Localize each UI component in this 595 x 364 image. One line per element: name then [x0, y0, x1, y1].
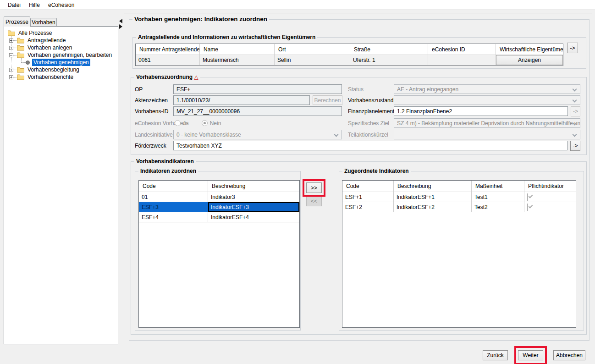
tree-expand-icon[interactable] [9, 46, 13, 50]
available-table-header: Code Beschreibung [139, 181, 299, 192]
assignment-group: Vorhabenszuordnung △ OP ESF+ Aktenzeiche… [131, 77, 587, 155]
status-dropdown[interactable]: AE - Antrag eingegangen [394, 84, 580, 94]
spezifisches-ziel-dropdown[interactable]: SZ 4 m) - Bekämpfung materieller Depriva… [394, 118, 580, 128]
table-row[interactable]: ESF+2 IndikatorESF+2 Test2 [342, 202, 576, 212]
folder-icon [8, 30, 15, 36]
vorhabens-id-label: Vorhabens-ID [135, 106, 168, 116]
finanzplanelement-field[interactable]: 1.2 FinanzplanEbene2 [394, 106, 568, 116]
cell-ecohesion-id [428, 55, 496, 65]
anzeigen-button[interactable]: Anzeigen [496, 55, 563, 65]
column-header: eCohesion ID [428, 44, 496, 55]
table-row[interactable]: ESF+4 IndikatorESF+4 [139, 212, 299, 222]
indicators-group-title: Vorhabensindikatoren [134, 158, 196, 165]
table-row-selected[interactable]: ESF+3 IndikatorESF+3 [139, 202, 299, 212]
menu-ecohesion[interactable]: eCohesion [44, 0, 78, 10]
tree-item-vorhabensbegleitung[interactable]: Vorhabensbegleitung [17, 66, 81, 73]
collapse-left-icon [119, 19, 122, 23]
checkbox-checked-icon [527, 193, 528, 201]
cell-strasse: Uferstr. 1 [350, 55, 428, 65]
tree-expand-icon[interactable] [9, 39, 13, 43]
column-header: Code [139, 181, 208, 192]
tree-item-vorhaben-genehmigen[interactable]: Vorhaben genehmigen [26, 59, 90, 66]
cell-masseinheit: Test1 [472, 192, 524, 202]
foerderzweck-field[interactable]: Testvorhaben XYZ [173, 141, 567, 150]
assignment-group-title: Vorhabenszuordnung △ [134, 74, 200, 80]
tree-item-alle-prozesse[interactable]: Alle Prozesse [8, 29, 53, 37]
tree-item-vorhabensberichte[interactable]: Vorhabensberichte [17, 73, 75, 81]
table-row[interactable]: ESF+1 IndikatorESF+1 Test1 [342, 192, 576, 202]
tree-connector-line [21, 62, 26, 63]
foerderzweck-label: Förderzweck [135, 141, 166, 150]
folder-icon [17, 74, 24, 80]
indicators-group: Vorhabensindikatoren Indikatoren zuordne… [131, 161, 587, 335]
assign-indicator-button[interactable]: >> [306, 182, 322, 193]
table-row[interactable]: 01 Indikator3 [139, 192, 299, 202]
column-header: Maßeinheit [472, 181, 524, 192]
status-label: Status [348, 84, 364, 94]
column-header: Beschreibung [394, 181, 472, 192]
berechnen-button[interactable]: Berechnen [313, 95, 342, 105]
cell-masseinheit: Test2 [472, 202, 524, 212]
column-header: Name [200, 44, 275, 55]
tree-item-antragstellende[interactable]: Antragstellende [17, 37, 67, 44]
cell-code: ESF+1 [342, 192, 394, 202]
teilaktionskuerzel-dropdown[interactable] [394, 130, 580, 139]
tree-item-label: Vorhaben genehmigen, bearbeiten [26, 51, 113, 59]
folder-icon [17, 38, 24, 44]
remove-indicator-button[interactable]: << [306, 196, 322, 206]
available-indicators-table: Code Beschreibung 01 Indikator3 ESF+3 In… [138, 180, 300, 328]
tree-expand-icon[interactable] [9, 75, 13, 79]
checkbox-checked-icon [527, 204, 528, 211]
cell-code: ESF+4 [139, 212, 208, 222]
radio-group-ecohesion: Ja Nein [175, 118, 221, 128]
tree-collapse-icon[interactable] [9, 53, 13, 57]
aktenzeichen-field[interactable]: 1.1/00010/23/ [173, 95, 310, 105]
op-label: OP [135, 84, 143, 94]
tab-prozesse[interactable]: Prozesse [4, 17, 30, 27]
radio-ja[interactable] [175, 120, 181, 126]
tab-prozesse-label: Prozesse [6, 19, 28, 25]
applicants-table: Nummer Antragstellende Name Ort Straße e… [135, 44, 563, 66]
page-title: Vorhaben genehmigen: Indikatoren zuordne… [132, 16, 269, 22]
cell-code: 01 [139, 192, 208, 202]
zurueck-button[interactable]: Zurück [483, 350, 508, 360]
vorhabenszustand-dropdown[interactable] [394, 95, 580, 105]
column-header: Nummer Antragstellende [136, 44, 200, 55]
column-header: Ort [275, 44, 350, 55]
tree-item-label: Alle Prozesse [17, 29, 53, 37]
menu-hilfe[interactable]: Hilfe [25, 0, 44, 10]
foerderzweck-arrow-button[interactable]: -> [570, 141, 580, 151]
vorhabens-id-field[interactable]: MV_21_27__0000000096 [173, 106, 342, 116]
applicants-table-header: Nummer Antragstellende Name Ort Straße e… [136, 44, 563, 55]
menu-datei[interactable]: Datei [4, 0, 25, 10]
tab-vorhaben[interactable]: Vorhaben [30, 18, 57, 27]
cell-beschreibung-focused: IndikatorESF+3 [208, 202, 299, 212]
tree-item-label: Vorhaben anlegen [26, 44, 73, 51]
op-field[interactable]: ESF+ [173, 84, 342, 94]
tree-expand-icon[interactable] [9, 68, 13, 72]
spezifisches-ziel-label: Spezifisches Ziel [348, 118, 389, 128]
splitter-handle[interactable] [119, 19, 123, 31]
tab-vorhaben-label: Vorhaben [32, 19, 55, 26]
cell-beschreibung: IndikatorESF+4 [208, 212, 299, 222]
assignment-title-text: Vorhabenszuordnung [136, 74, 193, 80]
applicants-group: Antragstellende und Informationen zu wir… [132, 37, 586, 69]
cell-pflichtindikator [524, 192, 576, 202]
landesinitiative-dropdown[interactable]: 0 - keine Vorhabensklasse [173, 130, 342, 139]
radio-nein-label: Nein [210, 120, 221, 127]
tree-item-vorhaben-anlegen[interactable]: Vorhaben anlegen [17, 44, 73, 51]
tree-item-vorhaben-genehmigen-bearbeiten[interactable]: Vorhaben genehmigen, bearbeiten [17, 51, 113, 59]
app-window: Datei Hilfe eCohesion Prozesse Vorhaben … [0, 0, 595, 364]
warning-triangle-icon: △ [194, 74, 198, 80]
tree-item-label: Vorhabensberichte [26, 73, 75, 81]
column-header: Pflichtindikator [524, 181, 576, 192]
abbrechen-button[interactable]: Abbrechen [553, 350, 585, 360]
teilaktionskuerzel-label: Teilaktionskürzel [348, 130, 388, 139]
menubar: Datei Hilfe eCohesion [0, 0, 595, 10]
finanzplanelement-arrow-button[interactable]: -> [571, 106, 580, 116]
radio-nein[interactable] [202, 120, 208, 126]
table-row[interactable]: 0061 Mustermensch Sellin Uferstr. 1 Anze… [136, 55, 563, 66]
weiter-button[interactable]: Weiter [518, 350, 543, 360]
tree-item-label: Antragstellende [26, 37, 67, 44]
applicants-detail-arrow-button[interactable]: -> [567, 43, 578, 53]
